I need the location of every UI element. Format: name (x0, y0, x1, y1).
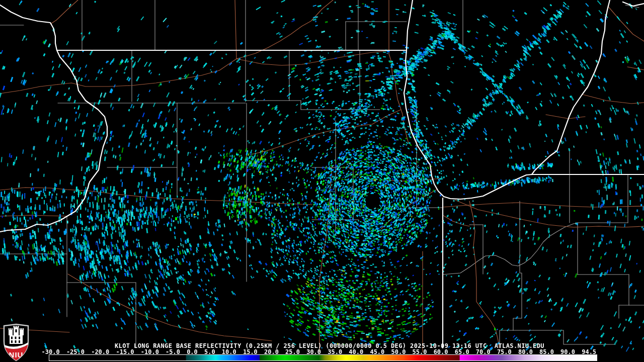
lake-michigan-west-shore (404, 0, 532, 199)
lake-michigan-east-shore (532, 0, 610, 174)
shoreline-fragment (623, 2, 644, 6)
radar-display: KLOT LONG RANGE BASE REFLECTIVITY (0.25K… (0, 0, 644, 362)
niu-logo: NIU (3, 323, 30, 362)
colorbar-gradient (49, 355, 597, 360)
colorbar (49, 354, 597, 361)
mississippi-river (0, 5, 107, 232)
logo-text: NIU (9, 350, 24, 359)
state-borders (0, 0, 644, 362)
